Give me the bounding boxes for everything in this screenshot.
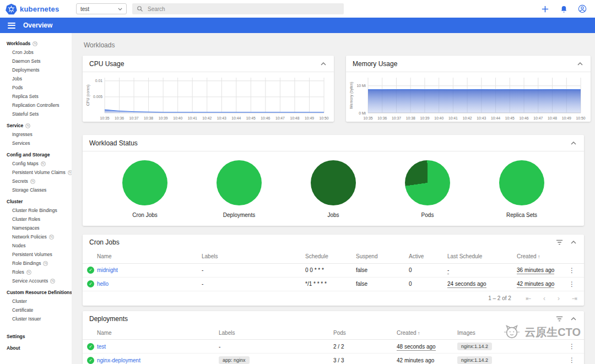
- search-input[interactable]: [147, 6, 339, 13]
- sidebar-item-network-policies[interactable]: Network PoliciesN: [0, 232, 72, 241]
- sidebar-item-persistent-volumes[interactable]: Persistent Volumes: [0, 250, 72, 259]
- filter-icon[interactable]: [556, 316, 563, 322]
- sidebar-item-config-and-storage[interactable]: Config and Storage: [0, 150, 72, 159]
- sidebar-item-cluster[interactable]: Cluster: [0, 197, 72, 206]
- sidebar-item-services[interactable]: Services: [0, 139, 72, 148]
- row-menu-button[interactable]: [565, 280, 578, 288]
- last-page-icon[interactable]: ⇥: [572, 295, 577, 302]
- sidebar-item-label: Pods: [12, 85, 23, 90]
- menu-button[interactable]: [8, 23, 15, 29]
- card-title: Workload Status: [89, 139, 138, 147]
- sidebar-item-config-maps[interactable]: Config MapsN: [0, 159, 72, 168]
- sidebar-item-nodes[interactable]: Nodes: [0, 241, 72, 250]
- column-header-active[interactable]: Active: [409, 253, 424, 259]
- svg-text:10:44: 10:44: [491, 116, 500, 120]
- search-bar[interactable]: [132, 3, 344, 14]
- pie-chart: [122, 160, 167, 205]
- namespaced-badge: N: [26, 270, 31, 275]
- sidebar-item-jobs[interactable]: Jobs: [0, 74, 72, 83]
- column-header-name[interactable]: Name: [97, 330, 112, 336]
- column-header-labels[interactable]: Labels: [202, 253, 218, 259]
- resource-link[interactable]: midnight: [97, 267, 118, 273]
- deployments-card: Deployments NameLabelsPodsCreatedImagest…: [83, 311, 584, 364]
- cron-jobs-table: NameLabelsScheduleSuspendActiveLast Sche…: [83, 250, 584, 291]
- brand-area[interactable]: kubernetes: [0, 3, 72, 15]
- sidebar-item-cron-jobs[interactable]: Cron Jobs: [0, 48, 72, 57]
- sidebar-item-replication-controllers[interactable]: Replication Controllers: [0, 101, 72, 110]
- sidebar-item-storage-classes[interactable]: Storage Classes: [0, 186, 72, 194]
- sidebar-item-about[interactable]: About: [0, 344, 72, 352]
- sidebar-item-service-accounts[interactable]: Service AccountsN: [0, 276, 72, 285]
- row-menu-button[interactable]: [565, 267, 578, 274]
- column-header-name[interactable]: Name: [97, 253, 112, 259]
- svg-text:10:40: 10:40: [173, 116, 182, 120]
- sidebar-item-label: Config Maps: [12, 161, 39, 166]
- column-header-suspend[interactable]: Suspend: [356, 253, 377, 259]
- sidebar-item-cluster-roles[interactable]: Cluster Roles: [0, 215, 72, 224]
- sidebar-item-stateful-sets[interactable]: Stateful Sets: [0, 110, 72, 118]
- sidebar-item-deployments[interactable]: Deployments: [0, 66, 72, 74]
- first-page-icon[interactable]: ⇤: [526, 295, 531, 302]
- collapse-button[interactable]: [570, 140, 577, 146]
- pie-chart: [499, 160, 544, 205]
- column-header-pods[interactable]: Pods: [333, 330, 346, 336]
- collapse-button[interactable]: [570, 316, 577, 322]
- column-header-created[interactable]: Created: [517, 253, 540, 259]
- pagination-range: 1 – 2 of 2: [488, 295, 511, 301]
- sidebar-item-custom-resource-definitions[interactable]: Custom Resource Definitions: [0, 288, 72, 297]
- status-success-icon: [87, 280, 94, 287]
- namespaced-badge: N: [41, 161, 46, 166]
- create-resource-button[interactable]: [540, 4, 550, 14]
- namespace-value: test: [80, 6, 89, 12]
- sidebar-item-secrets[interactable]: SecretsN: [0, 177, 72, 186]
- status-pie-deployments: Deployments: [203, 160, 275, 218]
- filter-icon[interactable]: [556, 240, 563, 245]
- status-success-icon: [87, 267, 94, 274]
- column-header-schedule[interactable]: Schedule: [305, 253, 328, 259]
- sidebar-item-cluster-issuer[interactable]: Cluster Issuer: [0, 314, 72, 323]
- column-header-last-schedule[interactable]: Last Schedule: [447, 253, 482, 259]
- sidebar-item-certificate[interactable]: Certificate: [0, 306, 72, 314]
- column-header-labels[interactable]: Labels: [219, 330, 235, 336]
- sidebar-item-role-bindings[interactable]: Role BindingsN: [0, 259, 72, 268]
- sidebar-item-cluster[interactable]: Cluster: [0, 297, 72, 306]
- sidebar-item-roles[interactable]: RolesN: [0, 268, 72, 276]
- notifications-bell-icon[interactable]: [559, 4, 569, 14]
- sidebar-item-namespaces[interactable]: Namespaces: [0, 224, 72, 232]
- card-header: Cron Jobs: [83, 235, 584, 250]
- next-page-icon[interactable]: ›: [558, 295, 560, 302]
- svg-text:10:36: 10:36: [115, 116, 124, 120]
- resource-link[interactable]: nginx-deployment: [97, 357, 140, 363]
- collapse-button[interactable]: [320, 61, 327, 67]
- sidebar-item-replica-sets[interactable]: Replica Sets: [0, 92, 72, 101]
- namespace-select[interactable]: test: [76, 3, 127, 14]
- prev-page-icon[interactable]: ‹: [543, 295, 545, 302]
- sidebar-item-daemon-sets[interactable]: Daemon Sets: [0, 57, 72, 66]
- sidebar-item-label: Cluster Role Bindings: [12, 208, 57, 213]
- column-header-created[interactable]: Created: [397, 330, 420, 336]
- user-account-icon[interactable]: [577, 4, 587, 14]
- table-row: test-2 / 248 seconds agonginx:1.14.2: [83, 340, 584, 354]
- resource-link[interactable]: test: [97, 344, 106, 350]
- column-header-images[interactable]: Images: [457, 330, 475, 336]
- sidebar-item-label: Persistent Volumes: [12, 252, 52, 257]
- sidebar-item-settings[interactable]: Settings: [0, 332, 72, 341]
- collapse-button[interactable]: [576, 61, 584, 67]
- resource-link[interactable]: hello: [97, 281, 109, 287]
- sidebar-item-service[interactable]: ServiceN: [0, 121, 72, 130]
- sidebar-item-ingresses[interactable]: Ingresses: [0, 130, 72, 139]
- sidebar-item-label: Roles: [12, 269, 24, 275]
- table-row: hello-*/1 * * * *false024 seconds ago42 …: [83, 277, 584, 291]
- sidebar-item-label: Cluster Issuer: [12, 316, 41, 322]
- row-menu-button[interactable]: [565, 343, 578, 350]
- relative-time: 48 seconds ago: [397, 344, 436, 351]
- sidebar-item-persistent-volume-claims[interactable]: Persistent Volume ClaimsN: [0, 168, 72, 177]
- sidebar-item-cluster-role-bindings[interactable]: Cluster Role Bindings: [0, 206, 72, 215]
- collapse-button[interactable]: [570, 240, 577, 245]
- row-menu-button[interactable]: [565, 356, 578, 364]
- sidebar-item-label: Cluster: [12, 298, 27, 304]
- sidebar-item-pods[interactable]: Pods: [0, 83, 72, 92]
- sidebar-item-workloads[interactable]: WorkloadsN: [0, 39, 72, 48]
- chip: nginx:1.14.2: [457, 343, 492, 350]
- svg-text:10:49: 10:49: [305, 116, 314, 120]
